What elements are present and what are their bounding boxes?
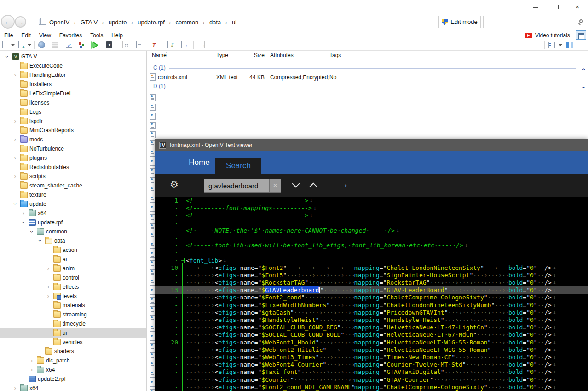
tree-item-x64[interactable]: ›x64 <box>0 209 147 218</box>
menu-help[interactable]: Help <box>107 30 127 41</box>
breadcrumb-item-ui[interactable]: ui <box>230 19 238 26</box>
breadcrumb-item-update[interactable]: update <box>107 19 129 26</box>
text-view-icon[interactable] <box>135 41 144 49</box>
code-line[interactable]: ·−<font_lib>↓ <box>155 257 588 264</box>
tab-home[interactable]: Home <box>179 151 219 174</box>
edit-mode-button[interactable]: Edit mode <box>438 16 481 28</box>
new-file-dropdown-icon[interactable] <box>11 44 15 46</box>
code-line[interactable]: · <box>155 220 588 227</box>
collapse-arrow-icon[interactable]: › <box>20 219 27 226</box>
expand-arrow-icon[interactable]: › <box>45 292 52 300</box>
code-line[interactable]: -···›···›<efigs·name="$FixedWidthNumbers… <box>155 302 588 309</box>
viewer-search-input[interactable] <box>204 179 269 192</box>
tree-item-installers[interactable]: Installers <box>0 80 147 89</box>
code-line[interactable]: ····›···›<efigs·name="$SOCIAL_CLUB_COND_… <box>155 324 588 331</box>
expand-arrow-icon[interactable]: › <box>12 154 18 162</box>
gear-icon[interactable]: ⚙ <box>170 179 179 190</box>
code-line[interactable]: · <box>155 249 588 257</box>
expand-arrow-icon[interactable]: › <box>29 357 35 364</box>
expand-arrow-icon[interactable]: › <box>12 173 18 180</box>
tree-item-handlingeditor[interactable]: ›HandlingEditor <box>0 70 147 80</box>
view-mode-dropdown-icon[interactable] <box>559 44 562 46</box>
tree-item-lspdfr[interactable]: ›lspdfr <box>0 117 147 126</box>
tree-item-dlc-patch[interactable]: ›dlc_patch <box>0 356 147 365</box>
tree-item-effects[interactable]: ›effects <box>0 282 147 292</box>
expand-arrow-icon[interactable]: › <box>12 71 18 79</box>
tree-item-x64[interactable]: ›x64 <box>0 365 147 374</box>
tree-item-lefixsimplefuel[interactable]: LeFixSimpleFuel <box>0 89 147 98</box>
minimize-button[interactable] <box>527 2 543 12</box>
collapse-group-icon[interactable]: › <box>580 87 587 88</box>
code-line[interactable]: ····›···›<efigs·name="$gtaCash"···›···›·… <box>155 309 588 316</box>
tree-item-control[interactable]: control <box>0 273 147 282</box>
verify-icon[interactable]: ✓ <box>65 41 74 49</box>
code-editor[interactable]: 1<!------------------------------->↓·<!-… <box>155 197 588 391</box>
expand-arrow-icon[interactable]: › <box>20 210 27 217</box>
code-line[interactable]: 10···›···›<efigs·name="$Font2"···›···›··… <box>155 264 588 272</box>
group-header-d[interactable]: D (1)› <box>147 83 588 90</box>
close-button[interactable]: × <box>570 2 585 12</box>
breadcrumb-item-data[interactable]: data <box>208 19 223 26</box>
tree-item-materials[interactable]: materials <box>0 301 147 310</box>
code-line[interactable]: ····›···›<efigs·name="$HandstyleHeist"··… <box>155 316 588 324</box>
code-line[interactable]: -<!·----·NOTE:·the·'$'·names·here·CANNOT… <box>155 227 588 234</box>
tree-item-noturbulence[interactable]: NoTurbulence <box>0 144 147 153</box>
menu-view[interactable]: View <box>35 30 55 41</box>
tree-item-streaming[interactable]: streaming <box>0 310 147 319</box>
viewer-titlebar[interactable]: IV fontmap.xml - OpenIV Text viewer <box>155 139 588 151</box>
code-line[interactable]: ····›···›<efigs·name="$Font2_cond"···›··… <box>155 294 588 301</box>
back-button[interactable]: ← <box>1 15 15 29</box>
code-line[interactable]: ····›···›<efigs·name="$RockstarTAG"···›·… <box>155 279 588 286</box>
tree-item-levels[interactable]: ›levels <box>0 292 147 301</box>
view-mode-icon[interactable] <box>548 41 557 49</box>
breadcrumb-item-common[interactable]: common <box>173 19 200 26</box>
search-input[interactable] <box>485 17 575 27</box>
code-line[interactable]: ····›···›<efigs·name="$WebFont2_Hitalic"… <box>155 346 588 354</box>
tree-item-vehicles[interactable]: vehicles <box>0 338 147 347</box>
code-line[interactable]: ·<!·----·font·lib·used·will·be·font_lib_… <box>155 242 588 249</box>
collapse-arrow-icon[interactable]: › <box>28 228 35 235</box>
tree-item-texture[interactable]: texture <box>0 190 147 199</box>
tree-item-ui[interactable]: ui <box>0 328 147 338</box>
tree-item-update[interactable]: ›update <box>0 199 147 209</box>
package-browser-icon[interactable] <box>38 41 46 49</box>
code-line[interactable]: ·<!--------·font·mappings·--------->↓ <box>155 204 588 212</box>
expand-arrow-icon[interactable]: › <box>45 265 52 272</box>
tree-item-minicrashreports[interactable]: MiniCrashReports <box>0 126 147 135</box>
expand-arrow-icon[interactable]: › <box>12 136 18 143</box>
tree-item-update-rpf[interactable]: ›update.rpf <box>0 218 147 227</box>
go-arrow-icon[interactable]: → <box>338 178 349 190</box>
column-header-attributes[interactable]: Attributes <box>270 52 294 62</box>
tree-item-plugins[interactable]: ›plugins <box>0 153 147 163</box>
tree-item-x64[interactable]: ›x64 <box>0 384 147 391</box>
code-line[interactable]: 1<!------------------------------->↓ <box>155 197 588 204</box>
tree-item-scripts[interactable]: ›scripts <box>0 172 147 181</box>
tree-item-anim[interactable]: ›anim <box>0 264 147 273</box>
tab-search[interactable]: Search <box>215 158 261 174</box>
window-layout-button[interactable] <box>576 30 586 40</box>
tree-item-ai[interactable]: ai <box>0 255 147 264</box>
breadcrumb-item-openiv[interactable]: OpenIV <box>47 19 71 26</box>
code-line[interactable]: ····›···›<efigs·name="$SOCIAL_CLUB_COND_… <box>155 331 588 338</box>
group-header-c[interactable]: C (1)› <box>147 64 588 72</box>
menu-tools[interactable]: Tools <box>86 30 107 41</box>
add-file-dropdown-icon[interactable] <box>28 44 31 46</box>
code-line[interactable]: 13···›···›<efigs·name="$GTAVLeaderboard"… <box>155 286 588 294</box>
tree-item-action[interactable]: action <box>0 245 147 255</box>
video-tutorials-link[interactable]: Video tutorials <box>525 31 570 40</box>
clear-search-button[interactable]: × <box>269 179 281 193</box>
tree-item-timecycle[interactable]: timecycle <box>0 319 147 328</box>
expand-arrow-icon[interactable]: › <box>29 366 35 373</box>
code-line[interactable]: · <box>155 234 588 242</box>
file-row-controls-xml[interactable]: controls.xmlXML textCompressed;Encrypted… <box>147 73 588 82</box>
expand-arrow-icon[interactable]: › <box>12 117 18 125</box>
import-icon[interactable] <box>167 41 175 49</box>
code-line[interactable]: ····›···›<efigs·name="$Font2_cond_NOT_GA… <box>155 384 588 391</box>
expand-arrow-icon[interactable]: › <box>12 385 18 391</box>
breadcrumb-item-gta-v[interactable]: GTA V <box>79 19 99 26</box>
menu-favorites[interactable]: Favorites <box>55 30 86 41</box>
code-line[interactable]: ····›···›<efigs·name="$WebFont3_Times"··… <box>155 354 588 361</box>
collapse-arrow-icon[interactable]: › <box>3 53 11 60</box>
code-line[interactable]: ····›···›<efigs·name="$WebFont4_Courier"… <box>155 361 588 368</box>
code-line[interactable]: 20···›···›<efigs·name="$WebFont1_Hbold"·… <box>155 339 588 346</box>
